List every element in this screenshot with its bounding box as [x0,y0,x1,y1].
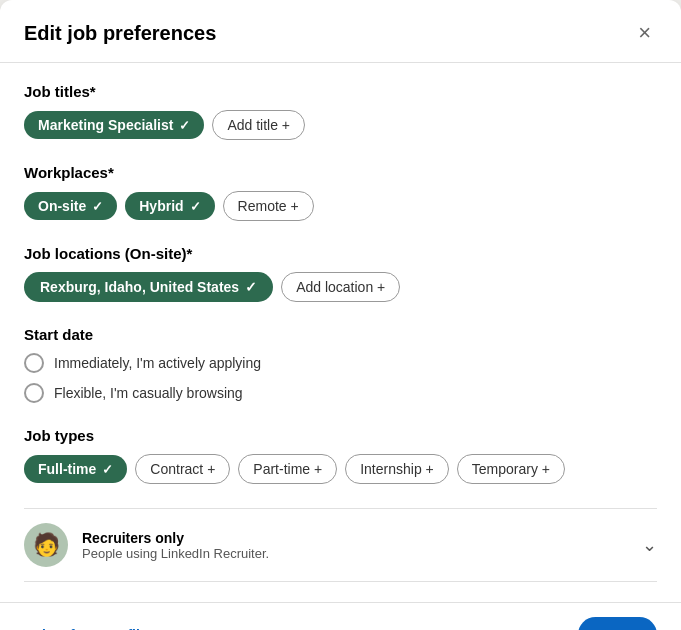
save-button[interactable]: Save [578,617,657,630]
start-date-label: Start date [24,326,657,343]
contract-add-button[interactable]: Contract + [135,454,230,484]
job-locations-label: Job locations (On-site)* [24,245,657,262]
workplaces-chips: On-site ✓ Hybrid ✓ Remote + [24,191,657,221]
job-titles-section: Job titles* Marketing Specialist ✓ Add t… [24,83,657,140]
chip-label: On-site [38,198,86,214]
job-locations-chips: Rexburg, Idaho, United States ✓ Add loca… [24,272,657,302]
delete-from-profile-button[interactable]: Delete from profile [24,627,148,631]
flexible-option[interactable]: Flexible, I'm casually browsing [24,383,657,403]
start-date-section: Start date Immediately, I'm actively app… [24,326,657,403]
modal-footer: Delete from profile Save [0,602,681,630]
internship-add-button[interactable]: Internship + [345,454,449,484]
recruiter-subtitle: People using LinkedIn Recruiter. [82,546,628,561]
add-title-button[interactable]: Add title + [212,110,305,140]
rexburg-chip[interactable]: Rexburg, Idaho, United States ✓ [24,272,273,302]
chip-label: Full-time [38,461,96,477]
recruiter-section[interactable]: 🧑 Recruiters only People using LinkedIn … [24,508,657,582]
job-types-chips: Full-time ✓ Contract + Part-time + Inter… [24,454,657,484]
chip-label: Marketing Specialist [38,117,173,133]
recruiter-title: Recruiters only [82,530,628,546]
chip-label: Rexburg, Idaho, United States [40,279,239,295]
recruiter-text: Recruiters only People using LinkedIn Re… [82,530,628,561]
job-locations-section: Job locations (On-site)* Rexburg, Idaho,… [24,245,657,302]
temporary-add-button[interactable]: Temporary + [457,454,565,484]
start-date-options: Immediately, I'm actively applying Flexi… [24,353,657,403]
chip-label: Hybrid [139,198,183,214]
immediately-option[interactable]: Immediately, I'm actively applying [24,353,657,373]
edit-job-preferences-modal: Edit job preferences × Job titles* Marke… [0,0,681,630]
check-icon: ✓ [245,279,257,295]
immediately-label: Immediately, I'm actively applying [54,355,261,371]
check-icon: ✓ [190,199,201,214]
part-time-add-button[interactable]: Part-time + [238,454,337,484]
modal-header: Edit job preferences × [0,0,681,63]
check-icon: ✓ [92,199,103,214]
radio-circle [24,353,44,373]
avatar: 🧑 [24,523,68,567]
on-site-chip[interactable]: On-site ✓ [24,192,117,220]
workplaces-section: Workplaces* On-site ✓ Hybrid ✓ Remote + [24,164,657,221]
job-titles-chips: Marketing Specialist ✓ Add title + [24,110,657,140]
job-types-label: Job types [24,427,657,444]
modal-body: Job titles* Marketing Specialist ✓ Add t… [0,63,681,602]
add-location-button[interactable]: Add location + [281,272,400,302]
job-titles-label: Job titles* [24,83,657,100]
marketing-specialist-chip[interactable]: Marketing Specialist ✓ [24,111,204,139]
remote-add-button[interactable]: Remote + [223,191,314,221]
check-icon: ✓ [102,462,113,477]
job-types-section: Job types Full-time ✓ Contract + Part-ti… [24,427,657,484]
check-icon: ✓ [179,118,190,133]
hybrid-chip[interactable]: Hybrid ✓ [125,192,214,220]
radio-circle [24,383,44,403]
chevron-down-icon: ⌄ [642,534,657,556]
close-button[interactable]: × [632,20,657,46]
full-time-chip[interactable]: Full-time ✓ [24,455,127,483]
flexible-label: Flexible, I'm casually browsing [54,385,243,401]
workplaces-label: Workplaces* [24,164,657,181]
modal-title: Edit job preferences [24,22,216,45]
